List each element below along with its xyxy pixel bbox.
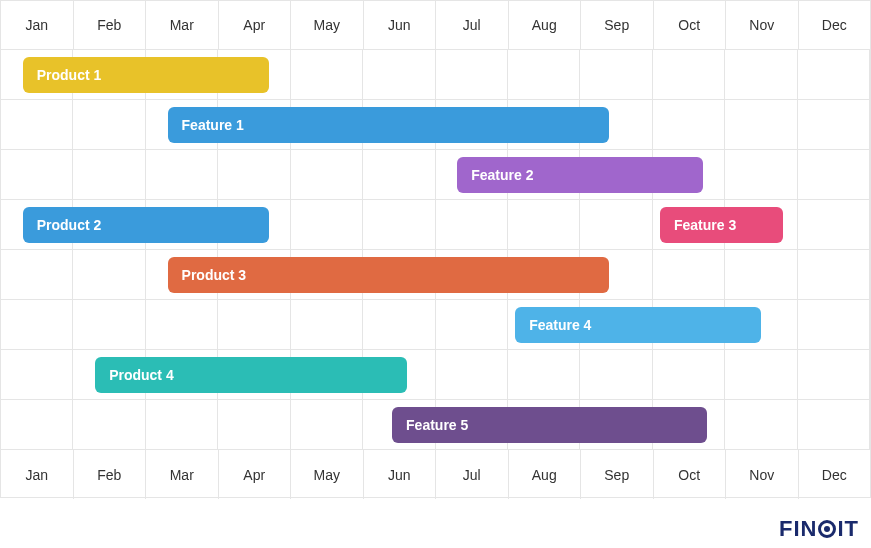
grid-cell xyxy=(291,400,363,450)
gantt-row: Product 3 xyxy=(1,250,870,300)
grid-cell xyxy=(580,50,652,100)
month-footer-cell: Aug xyxy=(509,450,582,499)
gantt-chart: JanFebMarAprMayJunJulAugSepOctNovDec Pro… xyxy=(0,0,871,498)
grid-cell xyxy=(798,250,870,300)
grid-cell xyxy=(653,250,725,300)
month-footer-row: JanFebMarAprMayJunJulAugSepOctNovDec xyxy=(1,450,870,499)
grid-cell xyxy=(798,200,870,250)
month-header-cell: May xyxy=(291,1,364,50)
gantt-bar: Feature 4 xyxy=(515,307,761,343)
grid-cell xyxy=(436,300,508,350)
month-header-cell: Sep xyxy=(581,1,654,50)
gantt-row: Feature 1 xyxy=(1,100,870,150)
month-footer-cell: Apr xyxy=(219,450,292,499)
grid-cell xyxy=(363,200,435,250)
month-header-cell: Nov xyxy=(726,1,799,50)
grid-cell xyxy=(291,200,363,250)
gantt-bar: Feature 5 xyxy=(392,407,707,443)
gantt-bar: Product 3 xyxy=(168,257,610,293)
grid-cell xyxy=(725,150,797,200)
grid-cell xyxy=(653,100,725,150)
grid-cell xyxy=(436,350,508,400)
grid-cell xyxy=(363,300,435,350)
grid-cell xyxy=(725,400,797,450)
grid-cell xyxy=(1,250,73,300)
month-header-cell: Jan xyxy=(1,1,74,50)
grid-cell xyxy=(73,400,145,450)
gantt-rows: Product 1Feature 1Feature 2Product 2Feat… xyxy=(1,50,870,450)
gantt-row: Feature 5 xyxy=(1,400,870,450)
brand-logo-pre: FIN xyxy=(779,516,817,542)
grid-cell xyxy=(798,350,870,400)
grid-cell xyxy=(363,50,435,100)
grid-cell xyxy=(653,350,725,400)
gantt-bar-label: Feature 5 xyxy=(406,417,468,433)
gantt-bar-label: Product 3 xyxy=(182,267,247,283)
month-header-cell: Aug xyxy=(509,1,582,50)
grid-cell xyxy=(146,300,218,350)
gantt-bar-label: Product 1 xyxy=(37,67,102,83)
grid-cell xyxy=(291,50,363,100)
gantt-row: Product 2Feature 3 xyxy=(1,200,870,250)
gantt-bar: Product 1 xyxy=(23,57,269,93)
gantt-bar-label: Product 2 xyxy=(37,217,102,233)
brand-logo-icon xyxy=(818,520,836,538)
grid-cell xyxy=(508,50,580,100)
month-header-cell: Oct xyxy=(654,1,727,50)
grid-cell xyxy=(291,150,363,200)
grid-cell xyxy=(73,250,145,300)
gantt-bar: Feature 1 xyxy=(168,107,610,143)
grid-cell xyxy=(725,350,797,400)
gantt-bar: Product 2 xyxy=(23,207,269,243)
gantt-bar: Feature 2 xyxy=(457,157,703,193)
grid-cell xyxy=(798,400,870,450)
grid-cell xyxy=(508,350,580,400)
grid-cell xyxy=(798,100,870,150)
gantt-row: Feature 2 xyxy=(1,150,870,200)
month-footer-cell: Jun xyxy=(364,450,437,499)
month-footer-cell: Sep xyxy=(581,450,654,499)
grid-cell xyxy=(798,150,870,200)
gantt-bar-label: Product 4 xyxy=(109,367,174,383)
gantt-row: Product 1 xyxy=(1,50,870,100)
grid-cell xyxy=(218,300,290,350)
grid-cell xyxy=(653,50,725,100)
month-header-cell: Feb xyxy=(74,1,147,50)
grid-cell xyxy=(725,250,797,300)
grid-cell xyxy=(1,300,73,350)
grid-cell xyxy=(580,200,652,250)
grid-cell xyxy=(218,400,290,450)
brand-logo-post: IT xyxy=(837,516,859,542)
grid-cell xyxy=(1,150,73,200)
grid-cell xyxy=(1,100,73,150)
grid-cell xyxy=(363,150,435,200)
grid-cell xyxy=(73,300,145,350)
grid-cell xyxy=(798,300,870,350)
grid-cell xyxy=(73,100,145,150)
grid-cell xyxy=(725,100,797,150)
gantt-row: Product 4 xyxy=(1,350,870,400)
month-footer-cell: Feb xyxy=(74,450,147,499)
month-header-cell: Mar xyxy=(146,1,219,50)
grid-cell xyxy=(1,350,73,400)
grid-cell xyxy=(218,150,290,200)
grid-cell xyxy=(508,200,580,250)
grid-cell xyxy=(580,350,652,400)
grid-cell xyxy=(798,50,870,100)
brand-logo: FIN IT xyxy=(779,516,859,542)
month-footer-cell: Oct xyxy=(654,450,727,499)
gantt-bar: Product 4 xyxy=(95,357,406,393)
gantt-bar: Feature 3 xyxy=(660,207,783,243)
month-footer-cell: Jan xyxy=(1,450,74,499)
grid-cell xyxy=(146,400,218,450)
gantt-bar-label: Feature 2 xyxy=(471,167,533,183)
grid-cell xyxy=(436,50,508,100)
gantt-row: Feature 4 xyxy=(1,300,870,350)
month-footer-cell: Jul xyxy=(436,450,509,499)
month-footer-cell: Dec xyxy=(799,450,871,499)
month-footer-cell: Mar xyxy=(146,450,219,499)
grid-cell xyxy=(73,150,145,200)
month-header-cell: Jul xyxy=(436,1,509,50)
grid-cell xyxy=(146,150,218,200)
month-header-cell: Dec xyxy=(799,1,871,50)
